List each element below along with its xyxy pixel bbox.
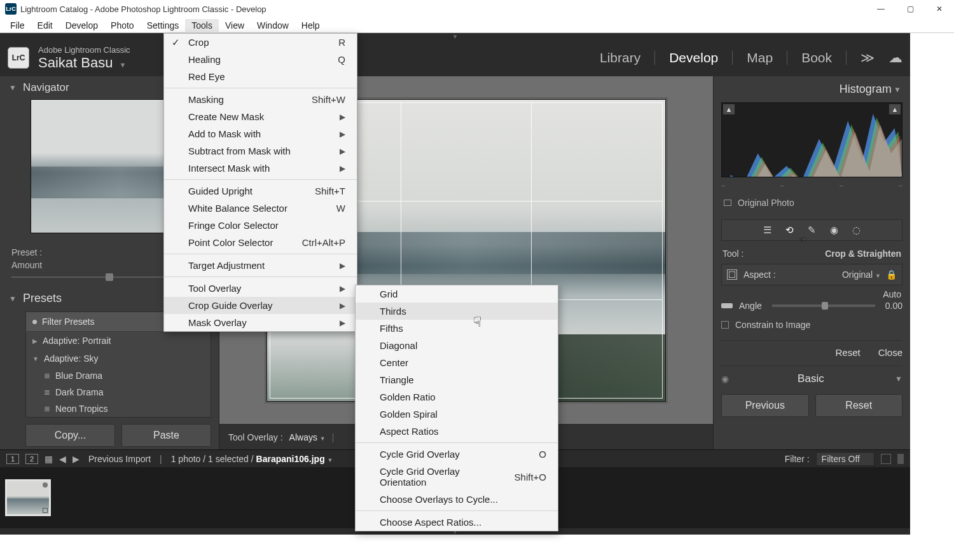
tool-close-button[interactable]: Close: [878, 347, 902, 358]
source-label[interactable]: Previous Import: [88, 454, 151, 464]
top-panel-toggle[interactable]: ▼: [0, 33, 910, 39]
menu-item[interactable]: Point Color SelectorCtrl+Alt+P: [164, 234, 357, 251]
submenu-item[interactable]: Aspect Ratios: [356, 423, 558, 440]
navigator-label: Navigator: [23, 81, 69, 94]
submenu-item[interactable]: Triangle: [356, 371, 558, 388]
auto-straighten-button[interactable]: Auto: [721, 289, 902, 299]
module-develop[interactable]: Develop: [665, 50, 722, 65]
submenu-item[interactable]: Diagonal: [356, 337, 558, 354]
checkbox-icon[interactable]: [721, 321, 729, 329]
menu-item[interactable]: MaskingShift+W: [164, 91, 357, 108]
module-library[interactable]: Library: [596, 50, 644, 65]
crop-tool-icon[interactable]: ⟲: [785, 224, 794, 236]
menu-item[interactable]: Crop Guide Overlay▶: [164, 297, 357, 314]
menu-window[interactable]: Window: [251, 19, 295, 32]
menu-item[interactable]: Fringe Color Selector: [164, 217, 357, 234]
submenu-item[interactable]: Golden Spiral: [356, 406, 558, 423]
copy-button[interactable]: Copy...: [25, 424, 115, 447]
preset-group[interactable]: ▶Adaptive: Portrait: [26, 332, 211, 350]
maximize-button[interactable]: ▢: [895, 0, 925, 18]
preset-item[interactable]: ≣Dark Drama: [26, 384, 211, 400]
menu-help[interactable]: Help: [295, 19, 326, 32]
angle-value[interactable]: 0.00: [885, 301, 902, 311]
original-photo-toggle[interactable]: Original Photo: [721, 194, 902, 212]
menu-edit[interactable]: Edit: [31, 19, 59, 32]
menu-item[interactable]: ✓CropR: [164, 34, 357, 51]
menu-item[interactable]: Red Eye: [164, 68, 357, 85]
edit-sliders-icon[interactable]: ☰: [763, 224, 771, 236]
tools-dropdown: ✓CropRHealingQRed EyeMaskingShift+WCreat…: [163, 33, 357, 332]
angle-slider[interactable]: [772, 304, 875, 307]
filter-dropdown[interactable]: Filters Off: [816, 452, 874, 466]
eye-icon[interactable]: ◉: [721, 374, 729, 384]
submenu-item[interactable]: Grid: [356, 285, 558, 303]
filter-switch-icon[interactable]: [897, 454, 904, 464]
filter-lock-icon[interactable]: [881, 454, 891, 464]
module-more-icon[interactable]: ≫: [857, 50, 878, 65]
presets-label: Presets: [23, 292, 62, 305]
submenu-item[interactable]: Center: [356, 354, 558, 371]
cloud-sync-icon[interactable]: ☁: [888, 50, 902, 66]
tool-reset-button[interactable]: Reset: [835, 347, 860, 358]
window-title: Lightroom Catalog - Adobe Photoshop Ligh…: [20, 4, 266, 14]
module-map[interactable]: Map: [743, 50, 777, 65]
histogram[interactable]: ▲ ▲: [721, 102, 902, 177]
preset-item[interactable]: ≣Blue Drama: [26, 367, 211, 384]
basic-panel-header[interactable]: ◉ Basic ▼: [721, 365, 902, 385]
menu-item[interactable]: Subtract from Mask with▶: [164, 142, 357, 160]
tool-overlay-value[interactable]: Always ▼: [289, 432, 326, 442]
submenu-item[interactable]: Cycle Grid Overlay OrientationShift+O: [356, 463, 558, 491]
histogram-header[interactable]: Histogram ▼: [714, 76, 910, 102]
menu-item[interactable]: Create New Mask▶: [164, 108, 357, 125]
grid-view-icon[interactable]: ▦: [45, 454, 53, 464]
level-icon[interactable]: [721, 303, 733, 308]
submenu-item[interactable]: Choose Overlays to Cycle...: [356, 491, 558, 508]
menu-develop[interactable]: Develop: [59, 19, 104, 32]
aspect-icon[interactable]: [727, 270, 737, 280]
menu-item[interactable]: HealingQ: [164, 51, 357, 68]
submenu-item[interactable]: Golden Ratio: [356, 388, 558, 406]
main-window-icon[interactable]: 1: [6, 454, 19, 464]
minimize-button[interactable]: —: [866, 0, 895, 18]
menu-item[interactable]: Tool Overlay▶: [164, 280, 357, 297]
menu-file[interactable]: File: [4, 19, 31, 32]
menu-item[interactable]: Target Adjustment▶: [164, 257, 357, 274]
aspect-value[interactable]: Original ▼: [842, 270, 881, 280]
preset-group[interactable]: ▼Adaptive: Sky: [26, 350, 211, 367]
paste-button[interactable]: Paste: [121, 424, 211, 447]
nav-back-icon[interactable]: ◀: [59, 454, 66, 464]
filmstrip-thumbnail[interactable]: [5, 479, 51, 516]
masking-tool-icon[interactable]: ◌: [852, 224, 861, 236]
menu-item[interactable]: Mask Overlay▶: [164, 314, 357, 331]
title-bar: LrC Lightroom Catalog - Adobe Photoshop …: [0, 0, 954, 18]
submenu-item[interactable]: Fifths: [356, 320, 558, 337]
menu-settings[interactable]: Settings: [141, 19, 186, 32]
menu-view[interactable]: View: [219, 19, 251, 32]
constrain-to-image[interactable]: Constrain to Image: [721, 320, 902, 330]
identity-plate[interactable]: Saikat Basu▼: [38, 55, 130, 71]
preset-item[interactable]: ≣Neon Tropics: [26, 400, 211, 417]
product-badge: LrC: [8, 47, 29, 69]
app-icon: LrC: [5, 3, 17, 15]
previous-button[interactable]: Previous: [721, 394, 809, 417]
close-window-button[interactable]: ✕: [925, 0, 954, 18]
submenu-item[interactable]: Cycle Grid OverlayO: [356, 446, 558, 463]
submenu-item[interactable]: Choose Aspect Ratios...: [356, 514, 558, 531]
menu-item[interactable]: Guided UprightShift+T: [164, 182, 357, 200]
nav-forward-icon[interactable]: ▶: [73, 454, 80, 464]
healing-tool-icon[interactable]: ✎: [808, 224, 816, 236]
redeye-tool-icon[interactable]: ◉: [830, 224, 838, 236]
lock-icon[interactable]: 🔒: [886, 270, 897, 280]
angle-label: Angle: [739, 301, 762, 311]
menu-item[interactable]: Intersect Mask with▶: [164, 160, 357, 177]
menu-item[interactable]: Add to Mask with▶: [164, 125, 357, 142]
product-name: Adobe Lightroom Classic: [38, 45, 130, 55]
menu-tools[interactable]: Tools: [185, 19, 219, 32]
second-window-icon[interactable]: 2: [25, 454, 38, 464]
histogram-label: Histogram: [840, 83, 892, 96]
submenu-item[interactable]: Thirds: [356, 303, 558, 320]
menu-item[interactable]: White Balance SelectorW: [164, 200, 357, 217]
module-book[interactable]: Book: [798, 50, 836, 65]
reset-button[interactable]: Reset: [815, 394, 903, 417]
menu-photo[interactable]: Photo: [104, 19, 141, 32]
